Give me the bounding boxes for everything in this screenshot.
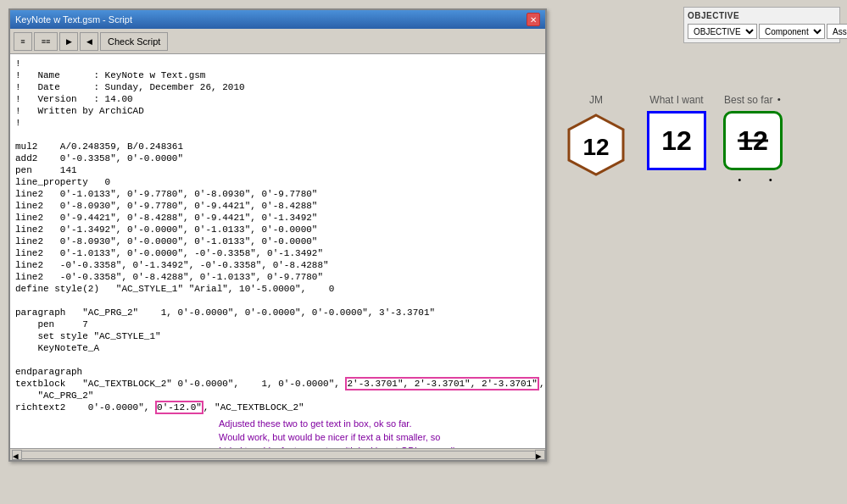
hexagon-shape: 12 (562, 111, 630, 179)
shape-group-jm: JM 12 (562, 94, 630, 179)
component-dropdown[interactable]: Component (759, 24, 825, 39)
hexagon-svg: 12 (562, 111, 630, 179)
strikethrough-number: 12 (738, 125, 768, 157)
code-area[interactable]: ! ! Name : KeyNote w Text.gsm ! Date : S… (10, 54, 545, 448)
scroll-right[interactable]: ▶ (535, 450, 545, 460)
objective-title: OBJECTIVE (688, 11, 836, 20)
rounded-square-container: 12 (723, 111, 783, 170)
toolbar: ≡ ≡≡ ▶ ◀ Check Script (10, 29, 545, 54)
right-panel: OBJECTIVE OBJECTIVE Component Assembly J… (547, 0, 847, 504)
bottom-scrollbar[interactable]: ◀ ▶ (10, 448, 545, 460)
close-button[interactable]: ✕ (527, 13, 540, 26)
shape-label-jm: JM (589, 94, 603, 106)
check-script-button[interactable]: Check Script (100, 32, 168, 51)
svg-text:12: 12 (582, 134, 609, 160)
shape-group-best: Best so far • 12 • • (723, 94, 783, 186)
square-number: 12 (661, 125, 692, 157)
title-bar: KeyNote w Text.gsm - Script ✕ (10, 10, 545, 29)
rounded-number: 12 (738, 125, 768, 156)
dot-top-right: • (776, 95, 782, 105)
window-title: KeyNote w Text.gsm - Script (15, 14, 132, 25)
shapes-area: JM 12 What I want 12 Best so far • (562, 94, 840, 186)
shape-group-want: What I want 12 (647, 94, 706, 170)
objective-dropdowns: OBJECTIVE Component Assembly (688, 24, 836, 39)
dot-left: • (737, 175, 743, 186)
dots-row: • • (733, 175, 773, 186)
shape-label-want: What I want (649, 94, 703, 106)
dot-right: • (768, 175, 774, 186)
scroll-left[interactable]: ◀ (12, 450, 22, 460)
toolbar-btn-2[interactable]: ≡≡ (34, 32, 58, 51)
rounded-square-shape: 12 (723, 111, 783, 170)
square-shape: 12 (647, 111, 706, 170)
toolbar-btn-1[interactable]: ≡ (14, 32, 32, 51)
assembly-dropdown[interactable]: Assembly (827, 24, 847, 39)
toolbar-btn-3[interactable]: ▶ (59, 32, 78, 51)
shape-label-best: Best so far (724, 94, 772, 106)
code-editor-window: KeyNote w Text.gsm - Script ✕ ≡ ≡≡ ▶ ◀ C… (8, 8, 547, 462)
objective-dropdown[interactable]: OBJECTIVE (688, 24, 757, 39)
objective-panel: OBJECTIVE OBJECTIVE Component Assembly (683, 7, 840, 43)
annotation-text: Adjusted these two to get text in box, o… (15, 413, 540, 448)
toolbar-btn-4[interactable]: ◀ (80, 32, 98, 51)
